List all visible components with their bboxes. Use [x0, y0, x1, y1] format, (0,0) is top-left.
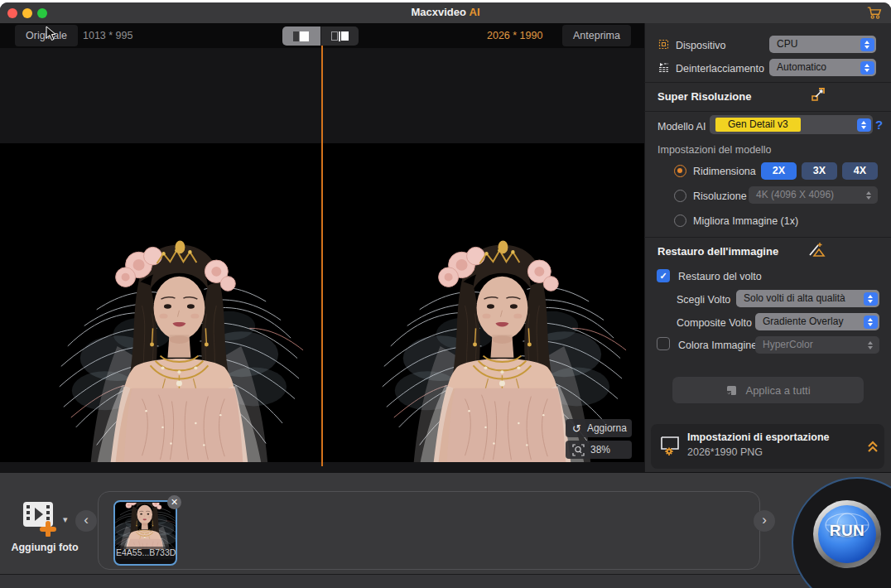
tab-preview[interactable]: Anteprima [562, 25, 631, 46]
composite-face-label: Composite Volto [677, 317, 752, 329]
enhance-radio[interactable] [674, 214, 686, 227]
enhance-label: Migliora Immagine (1x) [693, 215, 798, 227]
chip-icon [657, 38, 670, 51]
run-label: RUN [813, 522, 881, 540]
export-settings-title: Impostazioni di esportazione [687, 431, 830, 443]
add-photo-icon[interactable] [20, 499, 63, 537]
help-icon[interactable]: ? [875, 118, 883, 132]
mouse-cursor [46, 26, 57, 42]
choose-face-label: Scegli Volto [677, 294, 730, 306]
zoom-icon [572, 444, 585, 456]
model-value-highlight: Gen Detail v3 [715, 118, 801, 132]
face-restore-label: Restauro del volto [678, 271, 762, 282]
view-side-by-side-button[interactable] [320, 27, 359, 46]
resolution-label: Risoluzione [693, 190, 747, 202]
scale-3x-button[interactable]: 3X [802, 162, 837, 180]
app-window: Macxvideo AI Originale 1013 * 995 2026 *… [0, 2, 891, 588]
thumbnail-item[interactable]: E4A55...B733D [113, 500, 177, 566]
scale-4x-button[interactable]: 4X [842, 162, 878, 180]
collapse-double-chevron-icon[interactable] [866, 439, 879, 454]
scale-options: 2X 3X 4X [761, 162, 878, 180]
model-select[interactable]: Gen Detail v3 [710, 115, 873, 134]
view-side-by-side-icon [331, 31, 349, 41]
image-restore-title: Restauro dell'immagine [657, 245, 778, 258]
app-title: Macxvideo AI [0, 6, 891, 18]
resize-radio[interactable] [674, 165, 686, 177]
preview-image-pane [323, 143, 644, 462]
super-resolution-title: Super Risoluzione [657, 90, 751, 103]
device-select[interactable]: CPU [769, 36, 876, 53]
colorize-checkbox[interactable] [657, 337, 670, 350]
resolution-radio[interactable] [674, 190, 686, 202]
resolution-select[interactable]: 4K (4096 X 4096) [749, 186, 878, 204]
choose-face-select[interactable]: Solo volti di alta qualità [736, 290, 879, 307]
colorize-select[interactable]: HyperColor [755, 336, 879, 354]
add-photo-label: Aggiungi foto [3, 542, 86, 553]
stepper-icon [860, 61, 874, 75]
cart-icon[interactable] [866, 6, 883, 20]
zoom-level-control[interactable]: 38% [566, 441, 632, 459]
composite-face-select[interactable]: Gradiente Overlay [755, 313, 879, 330]
scale-2x-button[interactable]: 2X [761, 162, 797, 180]
deinterlace-select[interactable]: Automatico [769, 59, 876, 76]
wand-icon [807, 240, 827, 258]
original-image-pane [0, 143, 321, 462]
face-restore-checkbox[interactable]: ✓ [657, 269, 670, 282]
stepper-icon [864, 339, 878, 352]
zoom-level-value: 38% [590, 444, 610, 455]
preview-size-label: 2026 * 1990 [487, 30, 542, 41]
deinterlace-label: Deinterlacciamento [676, 63, 764, 75]
model-settings-label: Impostazioni del modello [657, 144, 772, 156]
prev-arrow-icon[interactable]: ‹ [75, 510, 97, 532]
view-mode-toggle [282, 27, 359, 46]
apply-all-icon [725, 384, 738, 397]
view-split-button[interactable] [282, 27, 320, 46]
run-button[interactable]: RUN [813, 500, 881, 568]
model-label: Modello AI [657, 121, 706, 133]
deinterlace-icon [657, 61, 670, 73]
titlebar: Macxvideo AI [0, 2, 891, 23]
colorize-label: Colora Immagine [678, 340, 757, 351]
thumbnail-strip [98, 491, 760, 570]
stepper-icon [864, 292, 878, 306]
footer-bottom-band [0, 574, 891, 588]
close-thumbnail-icon[interactable]: ✕ [167, 495, 181, 509]
compare-split-divider[interactable] [321, 46, 323, 466]
stepper-icon [862, 189, 876, 202]
monitor-gear-icon [658, 433, 683, 458]
stepper-icon [864, 316, 878, 329]
next-arrow-icon[interactable]: › [754, 510, 775, 532]
thumbnail-filename: E4A55...B733D [116, 547, 175, 559]
view-split-icon [293, 31, 309, 41]
caret-down-icon[interactable]: ▾ [63, 514, 68, 525]
update-button[interactable]: ↺ Aggiorna [566, 419, 632, 437]
original-size-label: 1013 * 995 [83, 30, 132, 41]
apply-all-button[interactable]: Applica a tutti [672, 377, 864, 403]
refresh-icon: ↺ [572, 422, 581, 435]
expand-icon [809, 85, 827, 104]
stepper-icon [857, 118, 871, 132]
device-label: Dispositivo [676, 40, 725, 51]
stepper-icon [860, 38, 874, 51]
resize-label: Ridimensiona [693, 166, 756, 177]
export-settings-value: 2026*1990 PNG [687, 446, 763, 458]
